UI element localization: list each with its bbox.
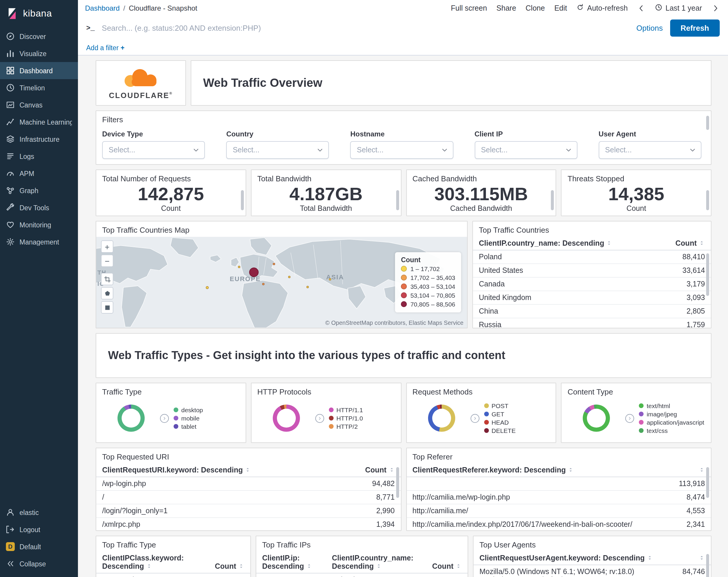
- legend-expand-icon[interactable]: [470, 414, 479, 423]
- column-header-blank[interactable]: [664, 552, 711, 565]
- legend-item-head[interactable]: HEAD: [484, 419, 516, 426]
- table-row[interactable]: Poland88,410: [473, 250, 711, 264]
- table-row[interactable]: 113,918: [407, 477, 711, 491]
- map-zoom-in-button[interactable]: +: [101, 241, 113, 253]
- map-draw-polygon-button[interactable]: [101, 287, 113, 299]
- sidebar-footer-collapse[interactable]: Collapse: [0, 555, 78, 572]
- table-row[interactable]: Russia1,759: [473, 318, 711, 328]
- sidebar-item-graph[interactable]: Graph: [0, 182, 78, 199]
- map-data-point[interactable]: [249, 268, 259, 277]
- sidebar-item-logs[interactable]: Logs: [0, 148, 78, 165]
- sidebar-item-visualize[interactable]: Visualize: [0, 45, 78, 62]
- share-button[interactable]: Share: [497, 4, 516, 12]
- legend-item-get[interactable]: GET: [484, 410, 516, 418]
- sidebar-item-monitoring[interactable]: Monitoring: [0, 216, 78, 233]
- legend-item-image-jpeg[interactable]: image/jpeg: [639, 410, 704, 418]
- table-row[interactable]: http://camilia.me/4,553: [407, 504, 711, 518]
- donut-chart[interactable]: [273, 405, 300, 432]
- search-input[interactable]: [102, 24, 629, 32]
- panel-scrollbar[interactable]: [706, 116, 709, 130]
- sidebar-item-apm[interactable]: APM: [0, 165, 78, 182]
- options-link[interactable]: Options: [636, 24, 663, 32]
- table-row[interactable]: Canada3,179: [473, 277, 711, 291]
- donut-chart[interactable]: [118, 405, 145, 432]
- sidebar-item-dashboard[interactable]: Dashboard: [0, 62, 78, 79]
- kibana-logo[interactable]: kibana: [0, 0, 78, 28]
- sidebar-item-machine-learning[interactable]: Machine Learning: [0, 114, 78, 130]
- column-header-clientip-country-name-descending[interactable]: ClientIP.country_name: Descending: [326, 552, 413, 573]
- column-header-count[interactable]: Count: [334, 463, 400, 477]
- hostname-select[interactable]: Select...: [350, 141, 453, 159]
- table-row[interactable]: http://camilia.me/wp-login.php8,474: [407, 491, 711, 504]
- table-row[interactable]: /xmlrpc.php1,394: [96, 518, 400, 531]
- column-header-clientrequestreferer-keyword-descending[interactable]: ClientRequestReferer.keyword: Descending: [407, 463, 644, 477]
- map-data-point[interactable]: [206, 286, 209, 289]
- refresh-button[interactable]: Refresh: [670, 20, 720, 36]
- legend-item-http-1-1[interactable]: HTTP/1.1: [329, 406, 363, 413]
- legend-item-post[interactable]: POST: [484, 402, 516, 409]
- full-screen-button[interactable]: Full screen: [451, 4, 487, 12]
- map-data-point[interactable]: [329, 278, 331, 281]
- legend-item-application-javascript[interactable]: application/javascript: [639, 419, 704, 426]
- table-row[interactable]: /login/?login_only=12,990: [96, 504, 400, 518]
- legend-item-mobile[interactable]: mobile: [174, 415, 203, 422]
- time-range-button[interactable]: Last 1 year: [655, 3, 702, 13]
- donut-chart[interactable]: [428, 405, 455, 432]
- table-row[interactable]: 185.234.218.33Poland48,474: [256, 573, 468, 577]
- sidebar-item-canvas[interactable]: Canvas: [0, 96, 78, 114]
- panel-scrollbar[interactable]: [706, 554, 709, 577]
- sidebar-footer-logout[interactable]: Logout: [0, 521, 78, 538]
- table-row[interactable]: China2,805: [473, 304, 711, 318]
- client-ip-select[interactable]: Select...: [474, 141, 577, 159]
- sidebar-item-timelion[interactable]: Timelion: [0, 79, 78, 96]
- add-filter-link[interactable]: Add a filter +: [86, 44, 125, 51]
- column-header-blank[interactable]: [644, 463, 711, 477]
- donut-chart[interactable]: [583, 405, 610, 432]
- time-forward-button[interactable]: [711, 4, 720, 12]
- map-data-point[interactable]: [238, 266, 240, 268]
- legend-expand-icon[interactable]: [160, 414, 169, 423]
- table-row[interactable]: /8,771: [96, 491, 400, 504]
- table-row[interactable]: /wp-login.php94,482: [96, 477, 400, 491]
- legend-item-text-css[interactable]: text/css: [639, 427, 704, 434]
- column-header-clientipclass-keyword-descending[interactable]: ClientIPClass.keyword: Descending: [96, 552, 201, 573]
- legend-item-text-html[interactable]: text/html: [639, 402, 704, 409]
- sidebar-footer-default[interactable]: DDefault: [0, 538, 78, 555]
- column-header-count[interactable]: Count: [201, 552, 250, 573]
- column-header-count[interactable]: Count: [640, 237, 711, 250]
- country-select[interactable]: Select...: [226, 141, 329, 159]
- legend-item-delete[interactable]: DELETE: [484, 427, 516, 434]
- map-fit-bounds-button[interactable]: [101, 273, 113, 285]
- sidebar-item-infrastructure[interactable]: Infrastructure: [0, 130, 78, 148]
- time-back-button[interactable]: [637, 4, 645, 12]
- panel-scrollbar[interactable]: [706, 190, 709, 210]
- map-zoom-out-button[interactable]: −: [101, 254, 113, 267]
- legend-item-tablet[interactable]: tablet: [174, 423, 203, 430]
- table-row[interactable]: noRecord117,802: [96, 573, 250, 577]
- edit-button[interactable]: Edit: [554, 4, 567, 12]
- table-row[interactable]: http://camilia.me/index.php/2017/06/17/w…: [407, 518, 711, 531]
- map-data-point[interactable]: [262, 283, 264, 285]
- panel-scrollbar[interactable]: [706, 467, 709, 498]
- device-type-select[interactable]: Select...: [102, 141, 205, 159]
- map-data-point[interactable]: [288, 276, 290, 278]
- world-map[interactable]: EUROPE ASIA TH IC + −: [96, 237, 467, 328]
- table-row[interactable]: Mozilla/5.0 (Windows NT 6.1; WOW64; rv:1…: [473, 565, 711, 577]
- legend-expand-icon[interactable]: [315, 414, 324, 423]
- user-agent-select[interactable]: Select...: [599, 141, 701, 159]
- sidebar-item-management[interactable]: Management: [0, 233, 78, 250]
- map-data-point[interactable]: [307, 285, 309, 288]
- table-row[interactable]: United Kingdom3,093: [473, 291, 711, 304]
- map-draw-rectangle-button[interactable]: [101, 301, 113, 313]
- auto-refresh-button[interactable]: Auto-refresh: [576, 3, 628, 13]
- legend-expand-icon[interactable]: [626, 414, 634, 423]
- column-header-clientrequesturi-keyword-descending[interactable]: ClientRequestURI.keyword: Descending: [96, 463, 334, 477]
- legend-item-http-2[interactable]: HTTP/2: [329, 423, 363, 430]
- column-header-count[interactable]: Count: [413, 552, 468, 573]
- sidebar-footer-elastic[interactable]: elastic: [0, 504, 78, 521]
- legend-item-desktop[interactable]: desktop: [174, 406, 203, 413]
- panel-scrollbar[interactable]: [396, 190, 399, 210]
- sidebar-item-dev-tools[interactable]: Dev Tools: [0, 199, 78, 216]
- map-data-point[interactable]: [273, 263, 276, 265]
- table-row[interactable]: United States33,614: [473, 264, 711, 277]
